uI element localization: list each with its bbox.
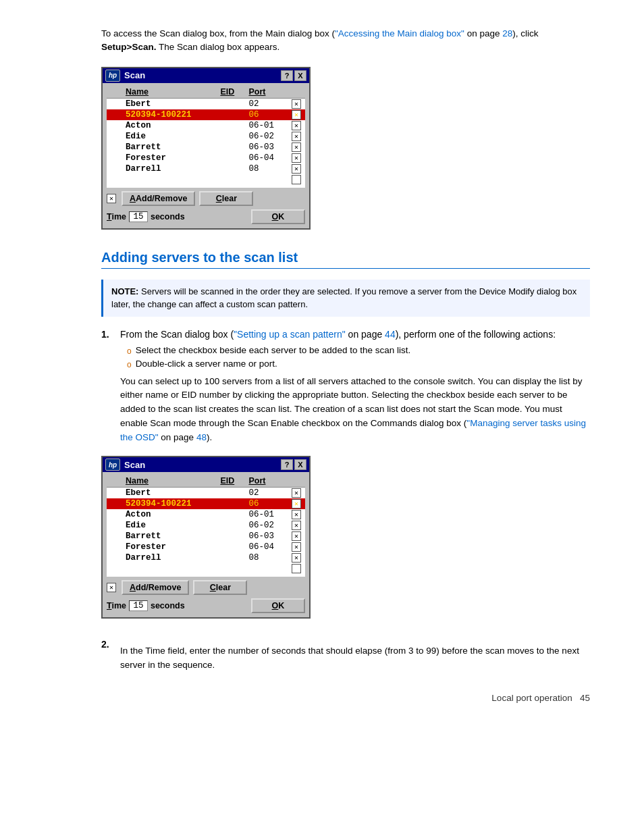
row-name: Darrell	[122, 552, 216, 563]
row-select	[107, 120, 122, 131]
close-button-2[interactable]: X	[294, 459, 306, 470]
row-empty	[245, 563, 288, 577]
col-name-2[interactable]: Name	[122, 475, 216, 488]
row-checkbox[interactable]	[288, 498, 305, 509]
note-text: Servers will be scanned in the order the…	[111, 286, 576, 310]
checkbox-checked-icon	[292, 121, 301, 130]
row-checkbox[interactable]	[288, 531, 305, 542]
time-input-1[interactable]	[129, 211, 148, 222]
row-checkbox[interactable]	[288, 142, 305, 153]
row-eid	[216, 509, 244, 520]
row-port: 06-02	[245, 520, 288, 531]
seconds-label-2: seconds	[151, 601, 185, 610]
clear-button-1[interactable]: Clear	[199, 191, 253, 206]
clear-button-2[interactable]: Clear	[193, 580, 247, 595]
table-row[interactable]: Forester 06-04	[107, 153, 305, 163]
table-row[interactable]: Acton 06-01	[107, 120, 305, 131]
row-port: 06-01	[245, 120, 288, 131]
title-controls-1: ? X	[281, 70, 306, 81]
row-checkbox[interactable]	[288, 520, 305, 531]
add-remove-button-2[interactable]: Add/Remove	[122, 580, 189, 595]
scan-table-2: Name EID Port Ebert 02 520394-100221	[107, 475, 305, 577]
add-remove-button-1[interactable]: AAdd/Remove	[122, 191, 195, 206]
ok-button-1[interactable]: OK	[251, 209, 305, 224]
table-row[interactable]: Darrell 08	[107, 552, 305, 563]
row-select	[107, 498, 122, 509]
table-row[interactable]: Forester 06-04	[107, 542, 305, 552]
hp-logo-2: hp	[105, 459, 120, 471]
scan-dialog-1: hp Scan ? X Name EID Port Eb	[101, 67, 311, 230]
close-button-1[interactable]: X	[294, 70, 306, 81]
row-eid	[216, 531, 244, 542]
footer-checkbox-2[interactable]	[107, 583, 116, 592]
table-row[interactable]: Acton 06-01	[107, 509, 305, 520]
row-checkbox[interactable]	[288, 552, 305, 563]
table-row[interactable]: 520394-100221 06	[107, 498, 305, 509]
footer-section-label: Local port operation 45	[491, 693, 590, 703]
row-eid	[216, 153, 244, 163]
table-row[interactable]: Barrett 06-03	[107, 142, 305, 153]
table-row[interactable]: Edie 06-02	[107, 131, 305, 142]
intro-page[interactable]: 28	[502, 28, 512, 38]
bullet-text: Select the checkbox beside each server t…	[136, 345, 411, 355]
checkbox-checked-icon	[292, 153, 301, 163]
row-checkbox[interactable]	[288, 509, 305, 520]
footer-checkbox-1[interactable]	[107, 194, 116, 203]
row-empty	[122, 174, 216, 188]
help-button-1[interactable]: ?	[281, 70, 293, 81]
table-row[interactable]: Barrett 06-03	[107, 531, 305, 542]
scan-dialog-titlebar-2: hp Scan ? X	[103, 457, 309, 472]
step-1-page[interactable]: 44	[385, 329, 396, 340]
row-select	[107, 153, 122, 163]
col-port-1[interactable]: Port	[245, 86, 288, 99]
row-name: Acton	[122, 509, 216, 520]
col-port-2[interactable]: Port	[245, 475, 288, 488]
help-button-2[interactable]: ?	[281, 459, 293, 470]
col-eid-2[interactable]: EID	[216, 475, 244, 488]
table-row[interactable]: 520394-100221 06	[107, 109, 305, 120]
row-empty	[216, 563, 244, 577]
row-empty	[216, 174, 244, 188]
row-name: Acton	[122, 120, 216, 131]
row-eid	[216, 163, 244, 174]
row-checkbox[interactable]	[288, 163, 305, 174]
intro-link[interactable]: "Accessing the Main dialog box"	[335, 28, 464, 38]
row-name: 520394-100221	[122, 109, 216, 120]
col-checkbox-1	[288, 86, 305, 99]
row-port: 08	[245, 163, 288, 174]
step-1-num: 1.	[101, 329, 113, 446]
row-checkbox[interactable]	[288, 542, 305, 552]
row-checkbox[interactable]	[288, 131, 305, 142]
row-select	[107, 163, 122, 174]
row-empty	[107, 563, 122, 577]
col-name-1[interactable]: Name	[122, 86, 216, 99]
row-name: Forester	[122, 153, 216, 163]
row-checkbox[interactable]	[288, 488, 305, 499]
step-1-link[interactable]: "Setting up a scan pattern"	[234, 329, 346, 340]
row-eid	[216, 120, 244, 131]
time-input-2[interactable]	[129, 600, 148, 611]
para-link[interactable]: "Managing server tasks using the OSD"	[120, 418, 586, 442]
para-page[interactable]: 48	[196, 432, 207, 442]
row-port: 02	[245, 488, 288, 499]
row-port: 06-04	[245, 153, 288, 163]
row-port: 06-01	[245, 509, 288, 520]
footer-checkbox-icon	[107, 194, 116, 203]
row-select	[107, 98, 122, 109]
footer-checkbox-icon-2	[107, 583, 116, 592]
table-row[interactable]: Ebert 02	[107, 488, 305, 499]
note-label: NOTE:	[111, 286, 138, 296]
row-name: Edie	[122, 131, 216, 142]
titlebar-left-2: hp Scan	[105, 459, 145, 471]
row-port: 06-02	[245, 131, 288, 142]
col-eid-1[interactable]: EID	[216, 86, 244, 99]
row-checkbox[interactable]	[288, 98, 305, 109]
row-checkbox[interactable]	[288, 120, 305, 131]
table-row[interactable]: Ebert 02	[107, 98, 305, 109]
ok-button-2[interactable]: OK	[251, 598, 305, 613]
table-row[interactable]: Darrell 08	[107, 163, 305, 174]
row-empty-checkbox	[288, 563, 305, 577]
row-checkbox[interactable]	[288, 109, 305, 120]
row-checkbox[interactable]	[288, 153, 305, 163]
table-row[interactable]: Edie 06-02	[107, 520, 305, 531]
